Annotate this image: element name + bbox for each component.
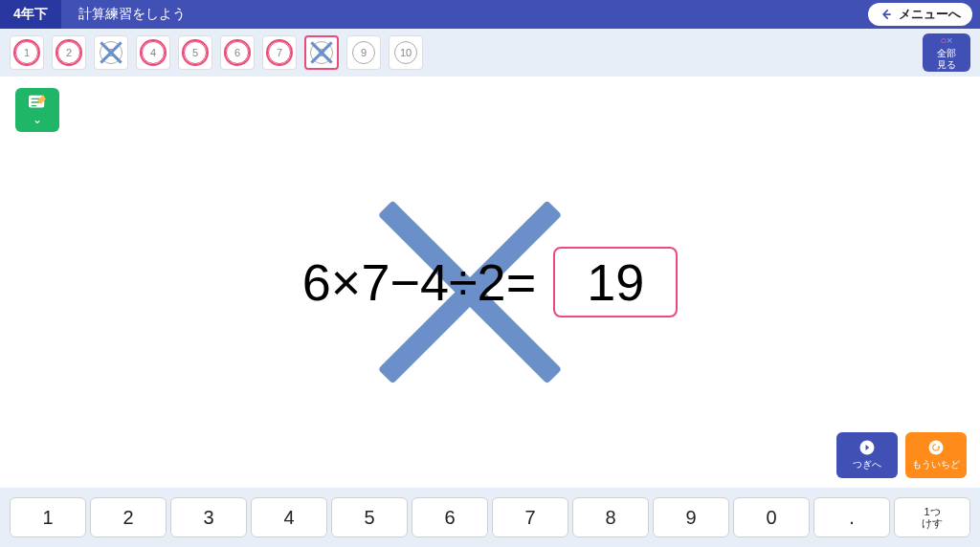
- retry-button[interactable]: もういちど: [905, 432, 967, 478]
- question-number: 8: [310, 41, 333, 64]
- key-backspace[interactable]: 1つけす: [894, 497, 970, 537]
- question-number: 9: [352, 41, 375, 64]
- question-number: 6: [226, 41, 249, 64]
- svg-point-2: [929, 441, 944, 455]
- key-2[interactable]: 2: [90, 497, 167, 537]
- grade-badge: 4年下: [0, 0, 61, 29]
- lesson-title: 計算練習をしよう: [61, 6, 203, 23]
- view-all-label: 全部見る: [937, 48, 956, 71]
- question-number: 2: [57, 41, 80, 64]
- question-number: 5: [184, 41, 207, 64]
- key-8[interactable]: 8: [572, 497, 649, 537]
- numeric-keypad: 1234567890.1つけす: [0, 488, 980, 547]
- question-nav-5[interactable]: 5: [178, 35, 212, 70]
- retry-icon: [927, 439, 945, 456]
- key-0[interactable]: 0: [733, 497, 810, 537]
- key-5[interactable]: 5: [331, 497, 408, 537]
- question-nav-9[interactable]: 9: [346, 35, 381, 70]
- key-6[interactable]: 6: [412, 497, 488, 537]
- question-nav-7[interactable]: 7: [262, 35, 297, 70]
- key-3[interactable]: 3: [170, 497, 247, 537]
- next-label: つぎへ: [853, 458, 881, 471]
- question-nav-4[interactable]: 4: [136, 35, 170, 70]
- question-number: 7: [268, 41, 291, 64]
- question-progress: 12345678910○×全部見る: [0, 29, 980, 77]
- arrow-right-icon: [858, 439, 876, 456]
- retry-label: もういちど: [912, 458, 960, 471]
- key-7[interactable]: 7: [492, 497, 568, 537]
- question-number: 4: [142, 41, 165, 64]
- question-nav-2[interactable]: 2: [52, 35, 86, 70]
- question-number: 1: [15, 41, 38, 64]
- answer-input[interactable]: 19: [553, 247, 678, 317]
- back-arrow-icon: [880, 8, 893, 21]
- action-buttons: つぎへ もういちど: [836, 432, 967, 478]
- question-nav-1[interactable]: 1: [10, 35, 44, 70]
- next-button[interactable]: つぎへ: [836, 432, 898, 478]
- question-number: 3: [100, 41, 122, 64]
- key-4[interactable]: 4: [251, 497, 327, 537]
- ox-icon: ○×: [940, 34, 952, 47]
- question-number: 10: [394, 41, 417, 64]
- key-dot[interactable]: .: [813, 497, 890, 537]
- question-nav-10[interactable]: 10: [389, 35, 423, 70]
- key-1[interactable]: 1: [10, 497, 86, 537]
- question-nav-6[interactable]: 6: [220, 35, 255, 70]
- expression-text: 6×7−4÷2=: [302, 252, 536, 312]
- menu-label: メニューへ: [899, 6, 961, 23]
- question-nav-8[interactable]: 8: [304, 35, 339, 70]
- question-nav-3[interactable]: 3: [94, 35, 128, 70]
- view-all-button[interactable]: ○×全部見る: [923, 33, 970, 72]
- key-9[interactable]: 9: [653, 497, 729, 537]
- header: 4年下 計算練習をしよう メニューへ: [0, 0, 980, 29]
- equation: 6×7−4÷2= 19: [302, 247, 678, 317]
- menu-button[interactable]: メニューへ: [868, 3, 972, 26]
- problem-area: 6×7−4÷2= 19: [0, 77, 980, 488]
